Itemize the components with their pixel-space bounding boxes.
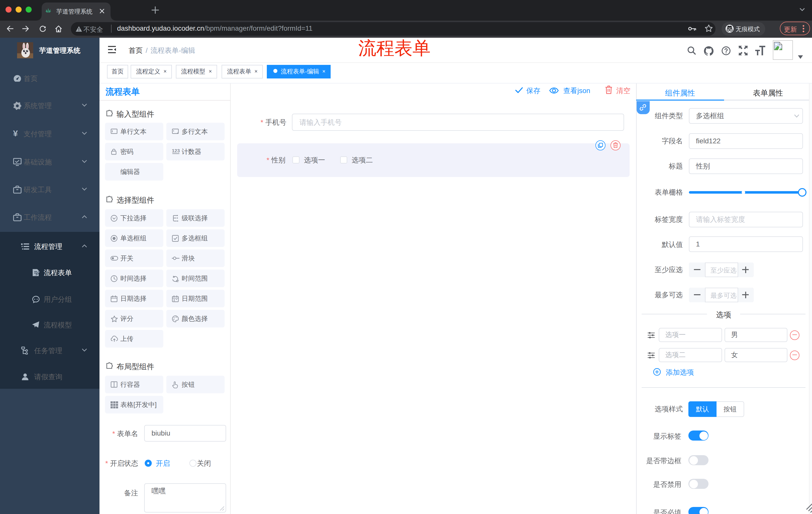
svg-text:123: 123 <box>172 148 180 154</box>
